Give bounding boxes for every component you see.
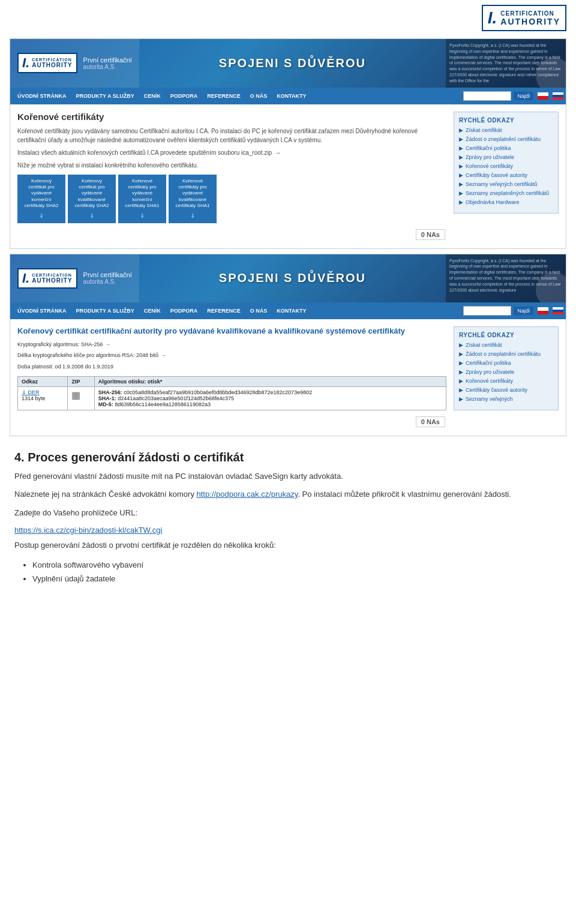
cert-buttons-1: Kořenový certifikát pro vydávané komerčn…: [17, 175, 446, 223]
cert-btn-3[interactable]: Kořenové certifikáty pro vydávané kvalif…: [169, 175, 217, 223]
content-para2-1: Instalaci všech aktuálních kořenových ce…: [17, 148, 446, 157]
nav-bar-2: ÚVODNÍ STRÁNKA PRODUKTY A SLUŽBY CENÍK P…: [10, 302, 566, 319]
search-button-2[interactable]: Najdi: [514, 307, 533, 315]
logo-text-block: CERTIFICATION AUTHORITY: [500, 10, 560, 26]
algo-md5-row: MD-5: 8d639b56c114e4ee9a128586119082a3: [98, 401, 442, 407]
quick-link-7[interactable]: ▶ Seznamy zneplatněných certifikátů: [459, 190, 553, 196]
table-header-zip: ZIP: [68, 376, 94, 386]
doc-para3: Zadejte do Vašeho prohlížeče URL:: [14, 507, 562, 520]
cert-btn-2-icon: ⇓: [123, 212, 161, 220]
quick-link-label-7: Seznamy zneplatněných certifikátů: [466, 190, 549, 196]
quick-link-4[interactable]: ▶ Kořenové certifikáty: [459, 163, 553, 169]
nav-produkty-2[interactable]: PRODUKTY A SLUŽBY: [71, 304, 139, 317]
flag-cz-1: [538, 92, 548, 100]
nas-badge-2: 0 NAs: [416, 416, 445, 427]
nav-produkty-1[interactable]: PRODUKTY A SLUŽBY: [71, 89, 139, 103]
nav-uvodni-2[interactable]: ÚVODNÍ STRÁNKA: [13, 304, 71, 317]
nav-podpora-2[interactable]: PODPORA: [166, 304, 203, 317]
nav-kontakty-1[interactable]: KONTAKTY: [272, 89, 311, 103]
table-cell-algo: SHA-256: c0c05a8d8da55eaf27aa9b910b0a6ef…: [94, 386, 446, 410]
ql2-arrow-4: ▶: [459, 378, 463, 384]
nav-reference-2[interactable]: REFERENCE: [202, 304, 245, 317]
nav-kontakty-2[interactable]: KONTAKTY: [272, 304, 311, 317]
quick-link2-3[interactable]: ▶ Zprávy pro uživatele: [459, 369, 553, 375]
header-logo-box-2: I. CERTIFICATION AUTHORITY: [17, 268, 77, 289]
algo-sha256-row: SHA-256: c0c05a8d8da55eaf27aa9b910b0a6ef…: [98, 389, 442, 395]
sha1-label: SHA-1:: [98, 395, 116, 401]
quick-link-arrow-7: ▶: [459, 190, 463, 196]
der-size: 1314 byte: [22, 395, 46, 401]
search-input-2[interactable]: [463, 306, 511, 316]
search-button-1[interactable]: Najdi: [514, 92, 533, 100]
nav-podpora-1[interactable]: PODPORA: [166, 89, 203, 103]
quick-link-5[interactable]: ▶ Certifikáty časové autority: [459, 172, 553, 178]
quick-link2-4[interactable]: ▶ Kořenové certifikáty: [459, 378, 553, 384]
zip-icon: ▦: [71, 390, 80, 400]
site-header-2: I. CERTIFICATION AUTHORITY První certifi…: [10, 254, 566, 302]
nav-search-1: Najdi: [463, 91, 563, 101]
cert-btn-1[interactable]: Kořenový certifikát pro vydávané kvalifi…: [68, 175, 116, 223]
quick-link-label-3: Zprávy pro uživatele: [466, 154, 514, 160]
quick-link-arrow-6: ▶: [459, 181, 463, 187]
quick-link-6[interactable]: ▶ Seznamy veřejných certifikátů: [459, 181, 553, 187]
cert-btn-0[interactable]: Kořenový certifikát pro vydávané komerčn…: [17, 175, 65, 223]
ql2-arrow-3: ▶: [459, 369, 463, 375]
ql2-label-5: Certifikáty časové autority: [466, 387, 527, 393]
header-title-2: První certifikační autorita A.S.: [83, 271, 132, 285]
header-logo-text-1: CERTIFICATION AUTHORITY: [32, 58, 72, 68]
doc-cak-link[interactable]: http://podpora.cak.cz/prukazy: [197, 490, 298, 499]
quick-link-label-2: Certifikační politika: [466, 145, 511, 151]
table-header-algo: Algoritmus otisku: otisk*: [94, 376, 446, 386]
doc-para4: Postup generování žádosti o prvotní cert…: [14, 539, 562, 552]
content-left-1: Kořenové certifikáty Kořenové certifikát…: [17, 112, 446, 241]
sha256-label: SHA-256:: [98, 389, 122, 395]
quick-links-title-1: RYCHLÉ ODKAZY: [459, 117, 553, 124]
quick-link2-0[interactable]: ▶ Získat certifikát: [459, 342, 553, 348]
quick-link2-1[interactable]: ▶ Žádost o zneplatnění certifikátu: [459, 351, 553, 357]
quick-link-label-5: Certifikáty časové autority: [466, 172, 527, 178]
table-row: ⇓ DER 1314 byte ▦ SHA-256: c0c05a8d8da55…: [18, 386, 446, 410]
main-content-2: Kořenový certifikát certifikační autorit…: [10, 319, 566, 436]
nav-reference-1[interactable]: REFERENCE: [202, 89, 245, 103]
flag-cz-2: [538, 307, 548, 314]
quick-link-2[interactable]: ▶ Certifikační politika: [459, 145, 553, 151]
cert-btn-1-label: Kořenový certifikát pro vydávané kvalifi…: [75, 178, 109, 209]
ql2-arrow-1: ▶: [459, 351, 463, 357]
header-logo-text-2: CERTIFICATION AUTHORITY: [32, 273, 72, 284]
nav-onas-2[interactable]: O NÁS: [245, 304, 272, 317]
ql2-label-4: Kořenové certifikáty: [466, 378, 513, 384]
quick-link-1[interactable]: ▶ Žádost o zneplatnění certifikátu: [459, 136, 553, 142]
quick-link2-2[interactable]: ▶ Certifikační politika: [459, 360, 553, 366]
quick-link2-6[interactable]: ▶ Seznamy veřejných: [459, 396, 553, 402]
nas-area-2: 0 NAs: [17, 415, 446, 428]
quick-link-arrow-0: ▶: [459, 127, 463, 133]
nav-cenik-2[interactable]: CENÍK: [139, 304, 166, 317]
page-title-2: Kořenový certifikát certifikační autorit…: [17, 326, 446, 335]
quick-link2-5[interactable]: ▶ Certifikáty časové autority: [459, 387, 553, 393]
doc-url-link[interactable]: https://s.ica.cz/cgi-bin/zadosti-kl/cakT…: [14, 526, 562, 535]
cert-btn-2[interactable]: Kořenové certifikáty pro vydávané komerč…: [118, 175, 166, 223]
quick-link-arrow-3: ▶: [459, 154, 463, 160]
quick-link-0[interactable]: ▶ Získat certifikát: [459, 127, 553, 133]
quick-link-3[interactable]: ▶ Zprávy pro uživatele: [459, 154, 553, 160]
cert-info-algorithm: Kryptografický algoritmus: SHA-256 →: [17, 340, 446, 349]
quick-link-arrow-8: ▶: [459, 199, 463, 205]
quick-link-label-8: Objednávka Hardware: [466, 199, 520, 205]
quick-link-8[interactable]: ▶ Objednávka Hardware: [459, 199, 553, 205]
md5-label: MD-5:: [98, 401, 113, 407]
search-input-1[interactable]: [463, 91, 511, 101]
quick-link-arrow-1: ▶: [459, 136, 463, 142]
header-logo-i-2: I.: [22, 271, 29, 286]
cert-btn-0-label: Kořenový certifikát pro vydávané komerčn…: [25, 178, 59, 209]
quick-link-label-6: Seznamy veřejných certifikátů: [466, 181, 538, 187]
nav-uvodni-1[interactable]: ÚVODNÍ STRÁNKA: [13, 89, 71, 103]
content-left-2: Kořenový certifikát certifikační autorit…: [17, 326, 446, 428]
ql2-label-3: Zprávy pro uživatele: [466, 369, 514, 375]
nav-onas-1[interactable]: O NÁS: [245, 89, 272, 103]
der-link[interactable]: ⇓ DER: [22, 389, 64, 395]
nav-cenik-1[interactable]: CENÍK: [139, 89, 166, 103]
quick-link-arrow-4: ▶: [459, 163, 463, 169]
nas-area-1: 0 NAs: [17, 228, 446, 241]
header-right-1: PyxoFortis Copyright, a.s. (I.CA) was fo…: [446, 39, 566, 88]
table-cell-zip: ▦: [68, 386, 94, 410]
